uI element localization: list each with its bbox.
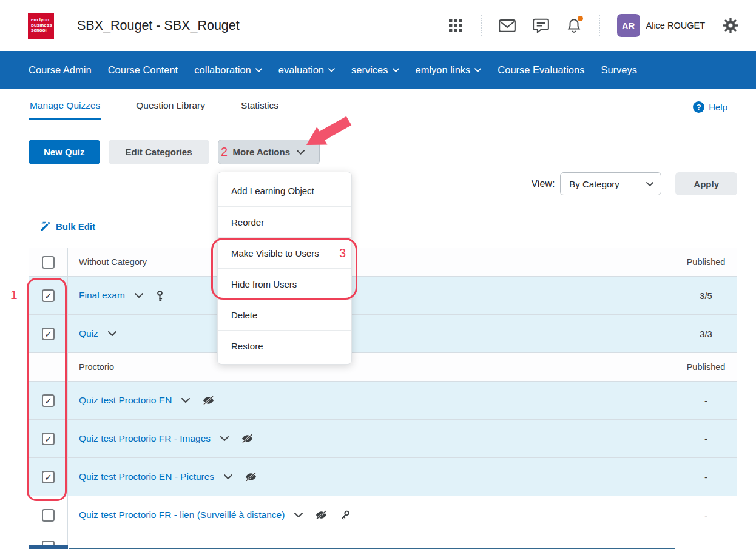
category-header-row: Proctorio Published (29, 353, 737, 382)
chevron-down-icon[interactable] (294, 513, 303, 517)
row-checkbox[interactable] (42, 394, 55, 407)
table-row: Quiz test Proctorio FR - Images - (29, 420, 737, 458)
key-icon (155, 290, 164, 301)
row-checkbox[interactable] (42, 471, 55, 483)
menu-item-make-visible-to-users[interactable]: Make Visible to Users (218, 237, 351, 268)
row-checkbox[interactable] (42, 509, 55, 522)
tab-label: Statistics (241, 100, 278, 111)
view-select[interactable]: By Category (560, 172, 661, 195)
annotation-step-1: 1 (10, 288, 18, 302)
chevron-down-icon (297, 150, 305, 155)
select-all-cell (29, 248, 68, 276)
nav-item-course-admin[interactable]: Course Admin (29, 64, 92, 76)
select-all-checkbox[interactable] (42, 256, 55, 269)
menu-item-hide-from-users[interactable]: Hide from Users (218, 268, 351, 299)
more-actions-menu: Add Learning Object Reorder Make Visible… (217, 172, 352, 365)
menu-item-delete[interactable]: Delete (218, 299, 351, 330)
nav-item-label: evaluation (278, 64, 324, 76)
table-row: Quiz test Proctorio EN - Pictures - (29, 458, 737, 496)
bulk-edit-button[interactable]: Bulk Edit (40, 221, 95, 232)
quiz-actions-toolbar: New Quiz Edit Categories More Actions (29, 140, 320, 164)
hidden-eye-icon (245, 472, 257, 482)
logo-line: school (31, 28, 54, 33)
quiz-link[interactable]: Quiz test Proctorio EN (79, 395, 172, 406)
help-icon: ? (693, 101, 704, 113)
quiz-link[interactable]: Quiz test Proctorio FR - lien (Surveillé… (79, 510, 285, 520)
view-bar: View: By Category Apply (531, 172, 737, 195)
published-header: Published (687, 362, 726, 372)
edit-categories-button[interactable]: Edit Categories (109, 140, 209, 164)
notification-dot (578, 16, 583, 21)
bulk-edit-label: Bulk Edit (56, 221, 95, 232)
help-label: Help (709, 102, 727, 112)
category-name-cell: Proctorio (68, 362, 675, 372)
quiz-table: Without Category Published Final exam 3/… (29, 248, 737, 549)
nav-item-label: Course Evaluations (498, 64, 584, 76)
tab-statistics[interactable]: Statistics (240, 91, 280, 120)
nav-item-emlyon-links[interactable]: emlyon links (416, 64, 482, 76)
emlyon-logo[interactable]: em lyon business school (28, 13, 54, 39)
chevron-down-icon[interactable] (220, 436, 229, 441)
settings-button[interactable] (722, 17, 739, 34)
tab-question-library[interactable]: Question Library (135, 91, 206, 120)
quiz-name-cell: Quiz test Proctorio EN (68, 395, 675, 406)
chevron-down-icon[interactable] (181, 398, 190, 403)
chevron-down-icon[interactable] (108, 331, 116, 336)
quiz-link[interactable]: Final exam (79, 290, 125, 301)
row-checkbox-cell (29, 496, 68, 534)
quiz-name-cell: Quiz test Proctorio FR - Images (68, 433, 675, 444)
published-cell: 3/5 (675, 277, 737, 314)
partial-row-fragment (29, 545, 68, 549)
menu-item-add-learning-object[interactable]: Add Learning Object (218, 175, 351, 206)
tab-bar: Manage Quizzes Question Library Statisti… (29, 91, 680, 120)
hidden-eye-icon (315, 510, 328, 520)
row-checkbox[interactable] (42, 328, 55, 340)
chevron-down-icon[interactable] (224, 474, 232, 479)
published-value: - (704, 510, 707, 520)
help-button[interactable]: ? Help (693, 101, 727, 113)
published-header-cell: Published (675, 248, 737, 276)
mail-button[interactable] (499, 19, 516, 33)
new-quiz-button[interactable]: New Quiz (29, 140, 100, 164)
chat-icon (533, 18, 549, 33)
nav-item-course-content[interactable]: Course Content (108, 64, 178, 76)
nav-item-services[interactable]: services (351, 64, 399, 76)
chevron-down-icon (474, 68, 481, 72)
apps-grid-icon (448, 18, 464, 33)
chat-button[interactable] (533, 18, 549, 33)
nav-item-collaboration[interactable]: collaboration (194, 64, 262, 76)
published-cell: - (675, 420, 737, 457)
nav-item-label: services (351, 64, 388, 76)
nav-item-surveys[interactable]: Surveys (601, 64, 637, 76)
quiz-name-cell: Final exam (68, 290, 675, 301)
row-checkbox[interactable] (42, 433, 55, 445)
tab-manage-quizzes[interactable]: Manage Quizzes (29, 91, 101, 120)
apps-grid-button[interactable] (448, 18, 464, 33)
top-bar-actions: AR Alice ROUGET (448, 14, 740, 37)
published-cell: 3/3 (675, 315, 737, 352)
chevron-down-icon[interactable] (135, 293, 143, 298)
apply-button[interactable]: Apply (675, 172, 737, 195)
quiz-link[interactable]: Quiz (79, 328, 98, 339)
chevron-down-icon (255, 68, 262, 72)
published-header-cell: Published (675, 353, 737, 381)
more-actions-button[interactable]: More Actions (218, 140, 320, 164)
notifications-button[interactable] (566, 18, 582, 33)
user-menu[interactable]: AR Alice ROUGET (617, 14, 706, 37)
nav-item-course-evaluations[interactable]: Course Evaluations (498, 64, 584, 76)
published-value: - (704, 472, 707, 482)
key-icon (340, 510, 351, 520)
menu-item-restore[interactable]: Restore (218, 330, 351, 361)
quiz-link[interactable]: Quiz test Proctorio EN - Pictures (79, 471, 214, 482)
gear-icon (722, 17, 739, 34)
quiz-link[interactable]: Quiz test Proctorio FR - Images (79, 433, 211, 444)
published-value: - (704, 434, 707, 444)
row-checkbox-cell (29, 382, 68, 419)
nav-item-label: emlyon links (416, 64, 471, 76)
row-checkbox[interactable] (42, 289, 55, 302)
nav-item-evaluation[interactable]: evaluation (278, 64, 335, 76)
menu-item-reorder[interactable]: Reorder (218, 206, 351, 237)
hidden-eye-icon (202, 396, 215, 405)
user-name: Alice ROUGET (646, 21, 706, 30)
top-bar: em lyon business school SBX_Rouget - SBX… (0, 0, 756, 51)
